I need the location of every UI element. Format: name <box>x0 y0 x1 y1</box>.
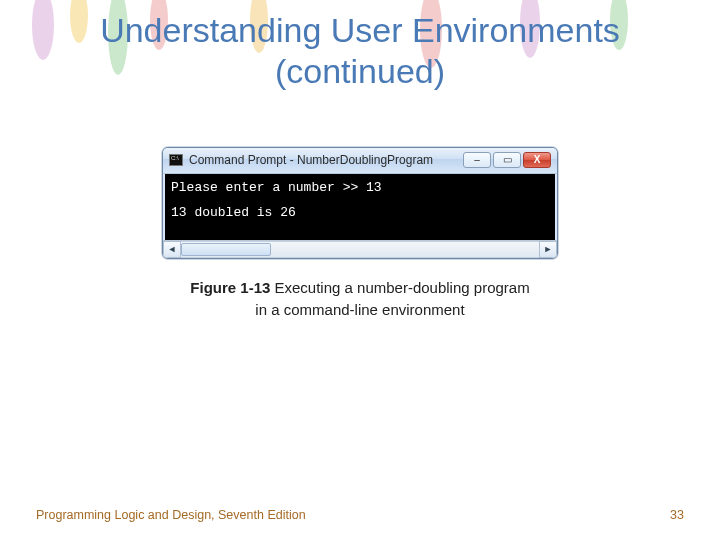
figure-caption: Figure 1-13 Executing a number-doubling … <box>162 277 558 322</box>
console-line-2: 13 doubled is 26 <box>171 205 549 220</box>
scroll-left-button[interactable]: ◄ <box>163 241 181 258</box>
caption-text-1: Executing a number-doubling program <box>270 279 529 296</box>
footer-book-title: Programming Logic and Design, Seventh Ed… <box>36 508 306 522</box>
figure-label: Figure 1-13 <box>190 279 270 296</box>
minimize-button[interactable]: – <box>463 152 491 168</box>
window-title-text: Command Prompt - NumberDoublingProgram <box>189 153 457 167</box>
scroll-right-button[interactable]: ► <box>539 241 557 258</box>
maximize-button[interactable]: ▭ <box>493 152 521 168</box>
chevron-right-icon: ► <box>544 244 553 254</box>
minimize-icon: – <box>474 155 480 165</box>
slide-title: Understanding User Environments (continu… <box>0 0 720 92</box>
scroll-track[interactable] <box>181 241 539 258</box>
scroll-thumb[interactable] <box>181 243 271 256</box>
cmd-icon <box>169 154 183 166</box>
console-output: Please enter a number >> 13 13 doubled i… <box>163 174 557 240</box>
slide-footer: Programming Logic and Design, Seventh Ed… <box>36 508 684 522</box>
page-number: 33 <box>670 508 684 522</box>
figure-area: Command Prompt - NumberDoublingProgram –… <box>162 147 558 322</box>
slide-title-line2: (continued) <box>275 52 445 90</box>
chevron-left-icon: ◄ <box>168 244 177 254</box>
window-buttons: – ▭ X <box>463 152 551 168</box>
horizontal-scrollbar[interactable]: ◄ ► <box>163 240 557 258</box>
window-titlebar: Command Prompt - NumberDoublingProgram –… <box>163 148 557 174</box>
close-button[interactable]: X <box>523 152 551 168</box>
slide-title-line1: Understanding User Environments <box>100 11 620 49</box>
close-icon: X <box>534 155 541 165</box>
console-line-1: Please enter a number >> 13 <box>171 180 549 195</box>
command-prompt-window: Command Prompt - NumberDoublingProgram –… <box>162 147 558 259</box>
caption-text-2: in a command-line environment <box>255 301 464 318</box>
maximize-icon: ▭ <box>503 155 512 165</box>
